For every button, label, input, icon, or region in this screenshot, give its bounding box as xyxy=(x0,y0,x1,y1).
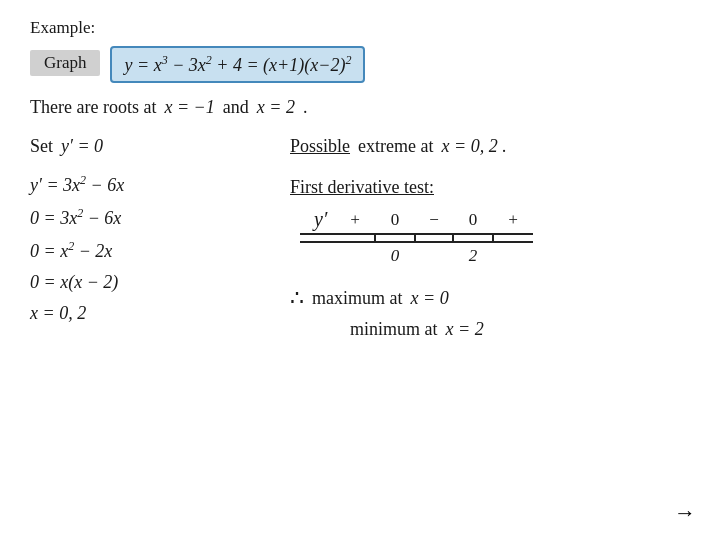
roots-eq1: x = −1 xyxy=(164,97,214,118)
min-eq: x = 2 xyxy=(446,319,484,340)
set-label: Set xyxy=(30,136,53,157)
top-formula: y = x3 − 3x2 + 4 = (x+1)(x−2)2 xyxy=(110,46,365,83)
roots-eq2: x = 2 xyxy=(257,97,295,118)
nl-val-empty-2 xyxy=(415,242,453,269)
sign-plus-2: + xyxy=(493,206,532,234)
nl-spacer xyxy=(300,234,335,242)
top-formula-text: y = x3 − 3x2 + 4 = (x+1)(x−2)2 xyxy=(124,55,351,75)
graph-button[interactable]: Graph xyxy=(30,50,100,76)
nl-val-empty-3 xyxy=(493,242,532,269)
sign-zero-2: 0 xyxy=(453,206,494,234)
nl-val-2: 2 xyxy=(453,242,494,269)
left-eq-3: 0 = x2 − 2x xyxy=(30,239,290,262)
max-eq: x = 0 xyxy=(410,288,448,309)
left-eq-2: 0 = 3x2 − 6x xyxy=(30,206,290,229)
left-eq-1: y′ = 3x2 − 6x xyxy=(30,173,290,196)
number-line-table: y′ + 0 − 0 + xyxy=(300,206,533,269)
yprime-label: y′ xyxy=(314,208,327,230)
sign-plus-1: + xyxy=(335,206,374,234)
fdt-underline: First derivative test: xyxy=(290,177,434,197)
nl-seg-1 xyxy=(335,234,374,242)
nl-val-spacer xyxy=(300,242,335,269)
nl-seg-3 xyxy=(415,234,453,242)
sign-minus: − xyxy=(415,206,453,234)
nl-values-row: 0 2 xyxy=(300,242,533,269)
top-row: Graph y = x3 − 3x2 + 4 = (x+1)(x−2)2 xyxy=(30,46,690,83)
page: Example: Graph y = x3 − 3x2 + 4 = (x+1)(… xyxy=(0,0,720,540)
number-line-container: y′ + 0 − 0 + xyxy=(300,206,690,269)
sign-zero-1: 0 xyxy=(375,206,416,234)
yprime-cell: y′ xyxy=(300,206,335,234)
right-column: Possible extreme at x = 0, 2 . First der… xyxy=(290,136,690,348)
nl-seg-2 xyxy=(375,234,416,242)
nl-seg-5 xyxy=(493,234,532,242)
possible-label: Possible xyxy=(290,136,350,157)
left-column: Set y′ = 0 y′ = 3x2 − 6x 0 = 3x2 − 6x 0 … xyxy=(30,136,290,348)
nl-val-empty-1 xyxy=(335,242,374,269)
nl-line-row xyxy=(300,234,533,242)
example-label: Example: xyxy=(30,18,690,38)
fdt-title: First derivative test: xyxy=(290,177,690,198)
possible-row: Possible extreme at x = 0, 2 . xyxy=(290,136,690,157)
max-text: maximum at xyxy=(312,288,402,309)
min-text: minimum at xyxy=(350,319,438,340)
extreme-text: extreme at xyxy=(358,136,433,157)
and-text: and xyxy=(223,97,249,118)
roots-period: . xyxy=(303,97,308,118)
max-conclusion: ∴ maximum at x = 0 xyxy=(290,285,690,311)
nl-val-0: 0 xyxy=(375,242,416,269)
set-row: Set y′ = 0 xyxy=(30,136,290,157)
set-eq: y′ = 0 xyxy=(61,136,103,157)
next-arrow[interactable]: → xyxy=(674,500,696,526)
left-eq-4: 0 = x(x − 2) xyxy=(30,272,290,293)
roots-text: There are roots at xyxy=(30,97,156,118)
extreme-eq: x = 0, 2 . xyxy=(441,136,506,157)
two-col-layout: Set y′ = 0 y′ = 3x2 − 6x 0 = 3x2 − 6x 0 … xyxy=(30,136,690,348)
therefore-symbol: ∴ xyxy=(290,285,304,311)
min-conclusion: minimum at x = 2 xyxy=(350,319,690,340)
roots-row: There are roots at x = −1 and x = 2 . xyxy=(30,97,690,118)
nl-seg-4 xyxy=(453,234,494,242)
left-eq-5: x = 0, 2 xyxy=(30,303,290,324)
nl-signs-row: y′ + 0 − 0 + xyxy=(300,206,533,234)
